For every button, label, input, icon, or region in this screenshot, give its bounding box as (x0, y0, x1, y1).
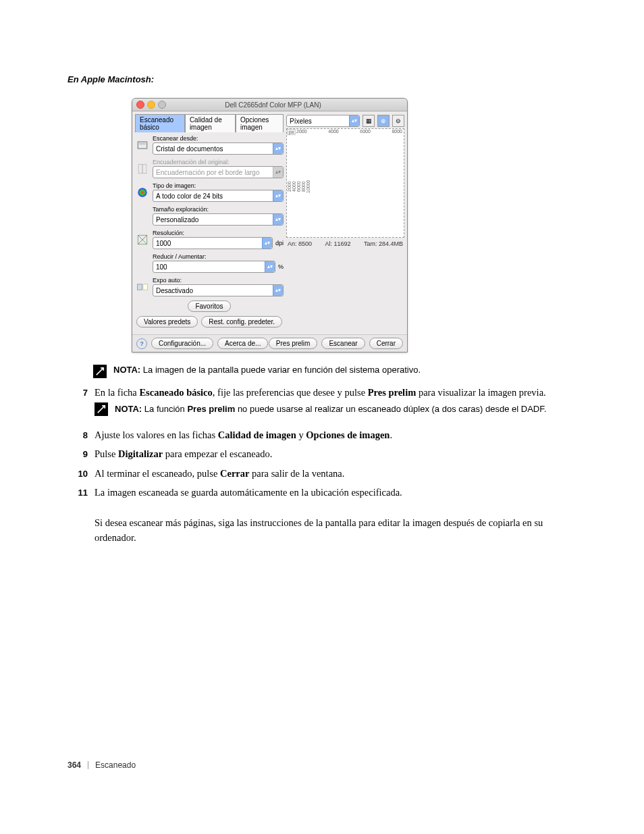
units-select[interactable]: Píxeles ▴▾ (286, 115, 360, 127)
zoom-in-icon[interactable]: ⊕ (377, 115, 390, 127)
page-number: 364 (68, 760, 81, 770)
color-wheel-icon (135, 185, 150, 200)
image-type-select[interactable]: A todo color de 24 bits ▴▾ (153, 190, 284, 202)
pre-prelim-button[interactable]: Pres prelim (269, 338, 318, 349)
svg-rect-7 (143, 284, 148, 289)
chevron-updown-icon: ▴▾ (265, 261, 275, 272)
config-button[interactable]: Configuración... (151, 338, 213, 349)
preview-area[interactable]: px 2000 4000 6000 8000 2000 4000 6000 80… (286, 128, 404, 238)
section-name: Escaneado (95, 760, 136, 770)
section-heading: En Apple Macintosh: (68, 74, 576, 84)
step-number: 9 (68, 446, 95, 461)
step-text: La imagen escaneada se guarda automática… (95, 485, 576, 546)
step-text: Al terminar el escaneado, pulse Cerrar p… (95, 466, 576, 481)
scale-label: Reducir / Aumentar: (153, 253, 284, 260)
close-button[interactable]: Cerrar (369, 338, 403, 349)
chevron-updown-icon: ▴▾ (262, 238, 272, 249)
window-title: Dell C2665dnf Color MFP (LAN) (166, 101, 380, 109)
help-icon[interactable]: ? (136, 338, 147, 349)
svg-rect-0 (138, 142, 146, 149)
about-button[interactable]: Acerca de... (217, 338, 268, 349)
minimize-icon[interactable] (147, 101, 155, 109)
step-number: 10 (68, 466, 95, 481)
image-type-label: Tipo de imagen: (153, 182, 284, 189)
auto-exposure-icon (135, 280, 150, 294)
page-footer: 364 Escaneado (68, 760, 136, 770)
ruler-left: 2000 4000 6000 8000 10000 (287, 136, 295, 237)
scan-size-label: Tamaño exploración: (153, 206, 284, 213)
grid-icon[interactable]: ▦ (363, 115, 375, 127)
svg-rect-6 (138, 284, 142, 289)
binding-label: Encuadernación del original: (153, 159, 284, 165)
svg-rect-2 (138, 164, 142, 173)
preview-info-row: An: 8500 Al: 11692 Tam: 284.4MB (286, 238, 404, 250)
chevron-updown-icon: ▴▾ (273, 214, 283, 225)
ruler-top: 2000 4000 6000 8000 (295, 129, 404, 136)
close-icon[interactable] (136, 101, 144, 109)
restore-defaults-button[interactable]: Rest. config. predeter. (201, 316, 282, 328)
tab-image-options[interactable]: Opciones imagen (236, 114, 284, 132)
svg-rect-1 (139, 142, 146, 145)
titlebar: Dell C2665dnf Color MFP (LAN) (132, 99, 407, 111)
resolution-select[interactable]: 1000 ▴▾ (153, 237, 273, 249)
auto-exposure-label: Expo auto: (153, 277, 284, 284)
scan-from-select[interactable]: Cristal de documentos ▴▾ (153, 142, 284, 155)
step-number: 7 (68, 385, 95, 400)
resolution-unit: dpi (273, 240, 284, 246)
step-text: En la ficha Escaneado básico, fije las p… (95, 385, 576, 423)
scan-size-select[interactable]: Personalizado ▴▾ (153, 213, 284, 226)
note-icon (93, 365, 107, 378)
tab-basic-scan[interactable]: Escaneado básico (135, 114, 185, 132)
binding-icon (135, 161, 150, 176)
chevron-updown-icon: ▴▾ (273, 143, 283, 154)
note-block: NOTA: La imagen de la pantalla puede var… (93, 365, 576, 378)
note-icon (95, 402, 108, 416)
svg-rect-3 (142, 164, 146, 173)
zoom-out-icon[interactable]: ⊖ (392, 115, 404, 127)
resolution-label: Resolución: (153, 230, 284, 236)
scale-unit: % (275, 263, 284, 270)
chevron-updown-icon: ▴▾ (273, 190, 283, 201)
scanner-icon (135, 138, 150, 153)
auto-exposure-select[interactable]: Desactivado ▴▾ (153, 284, 284, 296)
chevron-updown-icon: ▴▾ (273, 285, 283, 296)
step-text: Ajuste los valores en las fichas Calidad… (95, 427, 576, 442)
scan-from-label: Escanear desde: (153, 135, 284, 142)
note-text: NOTA: La función Pres prelim no puede us… (115, 402, 546, 416)
zoom-icon[interactable] (158, 101, 166, 109)
svg-point-4 (138, 188, 146, 197)
chevron-updown-icon: ▴▾ (273, 167, 283, 178)
presets-button[interactable]: Valores predets (136, 316, 198, 328)
scale-select[interactable]: 100 ▴▾ (153, 261, 275, 273)
resolution-icon (135, 232, 150, 247)
chevron-updown-icon: ▴▾ (349, 115, 359, 126)
binding-select: Encuadernación por el borde largo ▴▾ (153, 166, 284, 178)
mac-dialog: Dell C2665dnf Color MFP (LAN) Escaneado … (132, 98, 408, 353)
favorites-button[interactable]: Favoritos (188, 301, 230, 312)
note-text: NOTA: La imagen de la pantalla puede var… (113, 365, 421, 375)
step-text: Pulse Digitalizar para empezar el escane… (95, 446, 576, 461)
tab-image-quality[interactable]: Calidad de imagen (185, 114, 236, 132)
tab-row: Escaneado básico Calidad de imagen Opcio… (135, 114, 284, 132)
step-number: 11 (68, 485, 95, 500)
step-number: 8 (68, 427, 95, 442)
scan-button[interactable]: Escanear (321, 338, 365, 349)
